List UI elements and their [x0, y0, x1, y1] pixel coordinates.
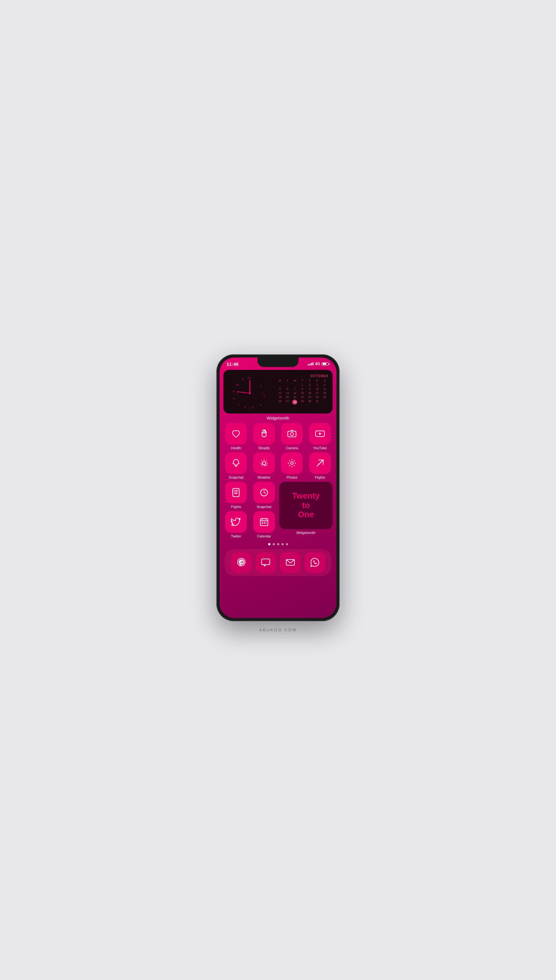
dot-1: [268, 543, 270, 545]
app-twenty-to-one-label: Widgetsmith: [296, 531, 315, 535]
page-dots: [223, 543, 333, 545]
app-weather[interactable]: Weather: [252, 452, 277, 479]
dock-pinterest[interactable]: [231, 552, 252, 573]
app-weather-label: Weather: [257, 475, 270, 479]
photos-icon-bg: [281, 452, 303, 474]
svg-text:12: 12: [247, 376, 251, 379]
snapchat2-icon-bg: [253, 482, 275, 503]
svg-text:9: 9: [233, 390, 234, 393]
app-twitter-label: Twitter: [231, 534, 241, 538]
health-icon-bg: [225, 423, 247, 444]
svg-point-17: [237, 393, 238, 394]
app-shopify-label: Shopify: [258, 446, 270, 450]
svg-line-12: [237, 392, 250, 393]
battery-icon: [322, 362, 330, 366]
twitter-icon-bg: [225, 511, 247, 533]
app-youtube[interactable]: YouTube: [307, 423, 333, 450]
svg-point-21: [290, 432, 294, 436]
phone-screen: 11:46 4G: [220, 358, 336, 618]
app-flights2[interactable]: Flights: [307, 452, 333, 479]
app-flights[interactable]: Flights: [223, 482, 249, 509]
app-youtube-label: YouTube: [313, 446, 326, 450]
svg-rect-20: [288, 431, 296, 437]
svg-point-15: [262, 393, 263, 394]
app-grid-rows34: Flights Snapchat: [223, 482, 333, 538]
svg-line-33: [289, 465, 290, 466]
twenty-to-one-box: TwentytoOne: [279, 482, 333, 529]
dot-4: [281, 543, 284, 545]
svg-text:10: 10: [236, 383, 239, 386]
app-snapchat2-label: Snapchat: [257, 505, 272, 509]
bar3: [311, 363, 312, 365]
cal-hdr-f: F: [306, 379, 314, 382]
time-display: 11:46: [226, 361, 239, 367]
weather-icon-bg: [253, 452, 275, 474]
signal-bars: [308, 362, 314, 365]
svg-line-30: [289, 460, 290, 461]
app-grid-row1: Health Shopify: [223, 423, 333, 450]
app-twenty-to-one[interactable]: TwentytoOne Widgetsmith: [279, 482, 333, 538]
calendar-widget: OCTOBER M T W T F S S: [276, 374, 328, 409]
cal-hdr-t2: T: [299, 379, 306, 382]
svg-point-16: [250, 408, 251, 408]
bar4: [312, 362, 314, 365]
clock-widget: 12 2 3 4 5 6 7 8 9 10 11: [228, 374, 272, 409]
cal-hdr-s1: S: [314, 379, 321, 382]
cal-hdr-t1: T: [284, 379, 291, 382]
svg-text:8: 8: [233, 397, 235, 400]
svg-text:4: 4: [260, 403, 262, 407]
app-calendar[interactable]: Calendar: [252, 511, 277, 538]
dock-whatsapp[interactable]: [304, 552, 325, 573]
svg-point-38: [236, 493, 237, 494]
app-twitter[interactable]: Twitter: [223, 511, 249, 538]
dock-messages[interactable]: [255, 552, 276, 573]
svg-rect-34: [233, 488, 239, 497]
svg-point-25: [291, 462, 293, 464]
dot-2: [273, 543, 275, 545]
app-photos[interactable]: Photos: [279, 452, 305, 479]
svg-text:2: 2: [260, 384, 262, 387]
calendar-icon-bg: [253, 511, 275, 533]
twenty-to-one-text: TwentytoOne: [292, 491, 320, 520]
app-snapchat-label: Snapchat: [229, 475, 243, 479]
svg-text:6: 6: [244, 406, 246, 409]
svg-line-32: [294, 460, 295, 461]
app-health[interactable]: Health: [223, 423, 249, 450]
notch: [257, 358, 299, 367]
app-photos-label: Photos: [286, 475, 297, 479]
app-flights-label: Flights: [231, 505, 241, 509]
app-camera[interactable]: Camera: [279, 423, 305, 450]
app-shopify[interactable]: Shopify: [252, 423, 277, 450]
dock-mail[interactable]: [280, 552, 301, 573]
app-snapchat2[interactable]: Snapchat: [252, 482, 277, 509]
bar1: [308, 364, 309, 365]
app-snapchat[interactable]: Snapchat: [223, 452, 249, 479]
cal-today: 28: [292, 400, 297, 405]
app-calendar-label: Calendar: [257, 534, 271, 538]
app-grid-row2: Snapchat: [223, 452, 333, 479]
app-health-label: Health: [231, 446, 241, 450]
cal-hdr-m: M: [276, 379, 284, 382]
app-camera-label: Camera: [286, 446, 298, 450]
phone-frame: 11:46 4G: [217, 355, 339, 621]
flights2-icon-bg: [309, 452, 331, 474]
youtube-icon-bg: [309, 423, 331, 444]
dot-5: [286, 543, 288, 545]
svg-text:3: 3: [263, 394, 265, 397]
svg-rect-53: [262, 559, 270, 565]
snapchat-icon-bg: [225, 452, 247, 474]
svg-marker-23: [319, 432, 322, 435]
shopify-icon-bg: [253, 423, 275, 444]
svg-text:11: 11: [241, 377, 244, 381]
app-flights2-label: Flights: [315, 475, 325, 479]
widgetsmith-widget[interactable]: 12 2 3 4 5 6 7 8 9 10 11: [223, 370, 333, 413]
watermark: ABUKOO.COM: [259, 627, 297, 632]
dock: [225, 549, 331, 576]
dot-3: [277, 543, 279, 545]
svg-point-14: [250, 378, 251, 379]
cal-grid: M T W T F S S 1 2: [276, 379, 328, 405]
bar2: [309, 364, 310, 365]
svg-text:5: 5: [252, 406, 254, 409]
cal-hdr-w: W: [291, 379, 299, 382]
cal-hdr-s2: S: [321, 379, 328, 382]
